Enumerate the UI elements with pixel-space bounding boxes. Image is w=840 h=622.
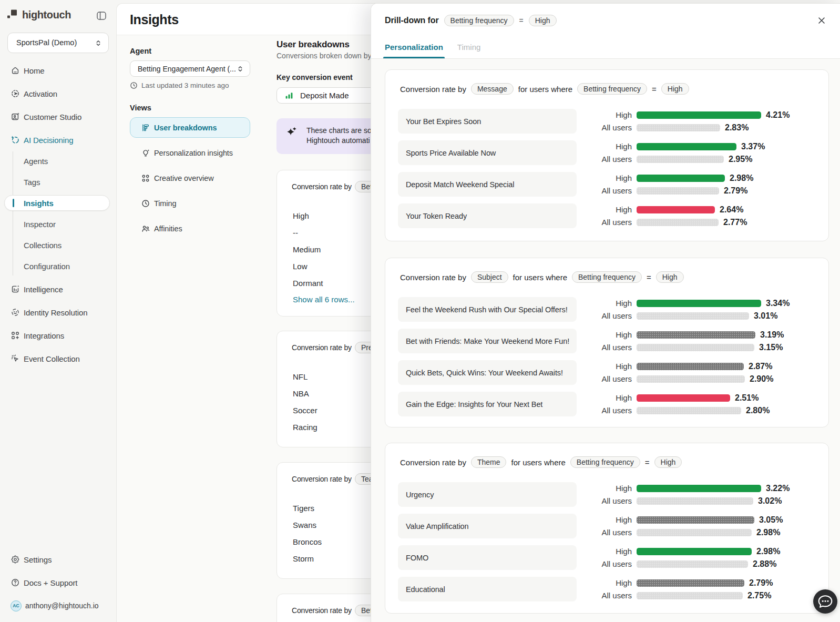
bar-value: 2.90% — [750, 374, 773, 384]
bar-line: High3.22% — [573, 485, 821, 492]
filter-value-pill[interactable]: High — [661, 83, 689, 95]
active-subitem-pill — [4, 195, 110, 211]
conversion-row: Quick Bets, Quick Wins: Your Weekend Awa… — [385, 360, 828, 385]
tab-personalization[interactable]: Personalization — [385, 43, 443, 58]
view-item-affinities[interactable]: Affinities — [130, 218, 250, 239]
bar-chart-icon — [284, 91, 294, 100]
bar — [637, 219, 719, 226]
bar-series-label: All users — [573, 187, 632, 195]
sidebar-item-integrations[interactable]: Integrations — [0, 324, 116, 347]
bar-line: High3.37% — [573, 143, 821, 150]
conversion-row: Value AmplificationHigh3.05%All users2.9… — [385, 514, 828, 538]
filter-field-pill[interactable]: Betting frequency — [577, 83, 647, 95]
conversion-rate-card: Conversion rate byMessagefor users where… — [385, 69, 829, 241]
sidebar-subitem-collections[interactable]: Collections — [0, 234, 116, 256]
filter-field-pill[interactable]: Betting frequency — [570, 456, 640, 468]
bar-series-label: All users — [573, 560, 632, 568]
bar — [637, 363, 744, 370]
bar-series-label: High — [573, 394, 632, 402]
bar-value: 3.37% — [741, 142, 765, 151]
conversion-row-label: Value Amplification — [398, 514, 577, 538]
page-title: Insights — [130, 12, 179, 27]
drawer-body: Conversion rate byMessagefor users where… — [371, 59, 840, 622]
hightouch-logo-icon — [7, 9, 19, 23]
bar-line: High3.19% — [573, 331, 821, 339]
sidebar-item-event-collection[interactable]: Event Collection — [0, 347, 116, 370]
conversion-row-label: Your Token Ready — [398, 203, 577, 228]
sidebar-item-customer-studio[interactable]: Customer Studio — [0, 105, 116, 128]
conversion-row: UrgencyHigh3.22%All users3.02% — [385, 482, 828, 507]
bar-series-label: High — [573, 484, 632, 493]
breakdown-card-title-text: Conversion rate by — [292, 182, 352, 191]
bar-series-label: All users — [573, 528, 632, 537]
bar-series-label: All users — [573, 155, 632, 164]
view-item-label: Timing — [154, 199, 176, 208]
dimension-pill[interactable]: Subject — [471, 271, 508, 283]
view-item-creative-overview[interactable]: Creative overview — [130, 168, 250, 188]
filter-value-pill[interactable]: High — [654, 456, 682, 468]
conversion-row-bars: High3.37%All users2.95% — [573, 140, 821, 165]
bar-value: 3.34% — [766, 299, 790, 308]
bar — [637, 407, 741, 414]
close-icon[interactable] — [816, 15, 827, 26]
sidebar-subitem-label: Collections — [24, 241, 62, 250]
timing-icon — [141, 199, 150, 208]
tab-timing[interactable]: Timing — [457, 43, 480, 58]
sidebar-subitem-insights[interactable]: Insights — [0, 192, 116, 213]
bar-line: All users2.79% — [573, 187, 821, 195]
conversion-rows: UrgencyHigh3.22%All users3.02%Value Ampl… — [385, 482, 828, 608]
sidebar-item-home[interactable]: Home — [0, 59, 116, 82]
conversion-row: Bet with Friends: Make Your Weekend More… — [385, 329, 828, 353]
view-item-user-breakdowns[interactable]: User breakdowns — [130, 117, 250, 138]
bar — [637, 497, 753, 505]
agent-select[interactable]: Betting Engagement Agent (... — [130, 60, 250, 77]
conversion-row: FOMOHigh2.98%All users2.88% — [385, 545, 828, 570]
event-collection-icon — [11, 354, 20, 363]
sidebar-item-identity-resolution[interactable]: Identity Resolution — [0, 301, 116, 324]
bar-series-label: High — [573, 142, 632, 151]
bar-line: All users3.15% — [573, 344, 821, 351]
view-item-personalization-insights[interactable]: Personalization insights — [130, 142, 250, 163]
chevron-updown-icon — [94, 38, 103, 48]
conversion-rate-card: Conversion rate byThemefor users whereBe… — [385, 443, 829, 614]
drilldown-drawer: Drill-down for Betting frequency = High … — [371, 3, 840, 622]
sidebar-item-settings[interactable]: Settings — [0, 548, 116, 571]
sidebar-item-label: Intelligence — [24, 285, 63, 294]
sidebar-subitem-configuration[interactable]: Configuration — [0, 256, 116, 277]
workspace-selector[interactable]: SportsPal (Demo) — [7, 33, 109, 53]
chat-button[interactable] — [813, 589, 837, 614]
title-prefix: Conversion rate by — [400, 273, 466, 282]
sidebar-subitem-agents[interactable]: Agents — [0, 150, 116, 171]
bar-series-label: All users — [573, 312, 632, 320]
customer-studio-icon — [11, 112, 20, 121]
bar — [637, 394, 730, 402]
sidebar-subitem-inspector[interactable]: Inspector — [0, 213, 116, 234]
conversion-card-title: Conversion rate bySubjectfor users where… — [400, 270, 684, 284]
filter-field-pill[interactable]: Betting frequency — [572, 271, 642, 283]
sidebar-collapse-icon[interactable] — [96, 10, 107, 22]
bar — [637, 548, 752, 555]
account-row[interactable]: AC anthony@hightouch.io — [0, 594, 116, 617]
conversion-row: Sports Price Available NowHigh3.37%All u… — [385, 140, 828, 165]
view-item-label: Personalization insights — [154, 149, 233, 157]
sidebar-nav: HomeActivationCustomer StudioAI Decision… — [0, 59, 116, 370]
view-item-label: Creative overview — [154, 174, 214, 182]
sidebar-subitem-label: Configuration — [24, 262, 70, 271]
sidebar-item-ai-decisioning[interactable]: AI Decisioning — [0, 128, 116, 151]
filter-value-pill[interactable]: High — [656, 271, 684, 283]
sidebar-item-intelligence[interactable]: Intelligence — [0, 278, 116, 301]
conversion-row-bars: High2.98%All users2.79% — [573, 172, 821, 197]
bar-value: 2.64% — [720, 205, 743, 215]
sidebar-subitem-tags[interactable]: Tags — [0, 171, 116, 192]
sidebar-item-docs-support[interactable]: Docs + Support — [0, 571, 116, 594]
identity-resolution-icon — [11, 308, 20, 317]
dimension-pill[interactable]: Message — [471, 83, 514, 95]
dimension-pill[interactable]: Theme — [471, 456, 507, 468]
conversion-row-label: Sports Price Available Now — [398, 140, 577, 165]
sidebar-item-activation[interactable]: Activation — [0, 82, 116, 105]
view-item-timing[interactable]: Timing — [130, 193, 250, 213]
bar-value: 2.98% — [756, 528, 780, 537]
bar-line: High2.98% — [573, 548, 821, 555]
bar — [637, 143, 736, 150]
conversion-row-label: Quick Bets, Quick Wins: Your Weekend Awa… — [398, 360, 577, 385]
